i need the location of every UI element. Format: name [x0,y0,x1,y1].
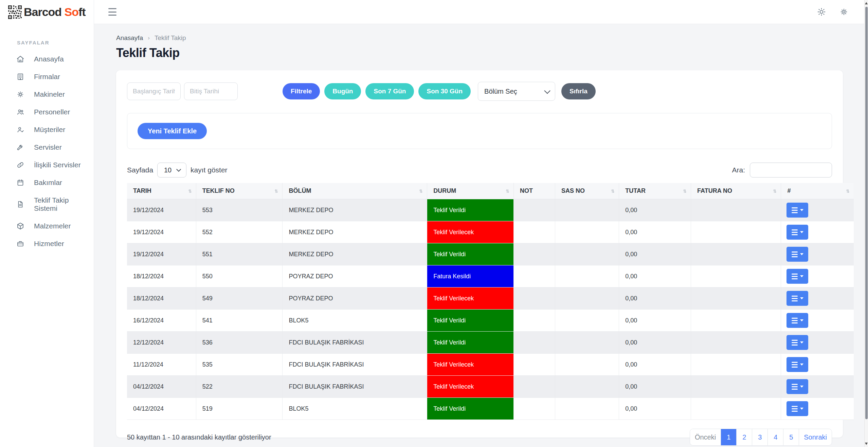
sidebar-item-home[interactable]: Anasayfa [0,50,94,68]
theme-toggle-sun-icon[interactable] [817,7,826,16]
cell-sas-no [555,354,619,376]
offers-table: TARIHTEKLIF NOBÖLÜMDURUMNOTSAS NOTUTARFA… [127,183,854,420]
new-offer-button[interactable]: Yeni Teklif Ekle [138,123,207,139]
row-actions-button[interactable] [786,247,808,262]
cell-sas-no [555,287,619,310]
page-title: Teklif Takip [116,46,843,60]
cell-invoice-no [691,243,781,265]
row-actions-button[interactable] [786,225,808,240]
cell-amount: 0,00 [619,332,691,354]
sidebar-item-wrench[interactable]: Servisler [0,138,94,156]
topbar [94,0,868,24]
cell-offer-no: 522 [196,376,283,398]
row-actions-button[interactable] [786,401,808,416]
row-actions-button[interactable] [786,313,808,328]
pagination-page-2[interactable]: 2 [736,429,752,445]
cell-amount: 0,00 [619,354,691,376]
menu-icon [792,274,798,279]
cell-invoice-no [691,354,781,376]
sidebar-item-gear[interactable]: Makineler [0,86,94,103]
link-icon [16,161,24,169]
row-actions-button[interactable] [786,335,808,350]
sort-icon [682,188,687,194]
building-icon [16,73,24,81]
settings-gear-icon[interactable] [839,7,848,16]
sidebar-item-user-check[interactable]: Müşteriler [0,121,94,138]
reset-button[interactable]: Sıfırla [561,83,596,99]
cell-invoice-no [691,199,781,221]
caret-down-icon [800,231,803,233]
column-header[interactable]: BÖLÜM [283,183,427,199]
cell-department: MERKEZ DEPO [283,243,427,265]
row-actions-button[interactable] [786,291,808,306]
app-logo[interactable]: Barcod Soft [0,0,94,24]
column-header[interactable]: SAS NO [555,183,619,199]
column-header[interactable]: TARIH [127,183,196,199]
pagination-page-4[interactable]: 4 [767,429,783,445]
row-actions-button[interactable] [786,379,808,394]
cell-actions [781,287,854,310]
column-header[interactable]: DURUM [427,183,514,199]
status-badge: Teklif Verildi [427,398,513,420]
filter-button[interactable]: Filtrele [283,83,320,99]
end-date-input[interactable] [184,82,238,100]
column-header[interactable]: # [781,183,854,199]
cell-date: 19/12/2024 [127,221,196,243]
department-select[interactable]: Bölüm Seç [478,82,555,101]
caret-down-icon [800,297,803,299]
start-date-input[interactable] [127,82,181,100]
scroll-up-icon[interactable] [865,2,868,4]
pagination-page-1[interactable]: 1 [721,429,736,445]
cell-note [513,243,555,265]
column-header[interactable]: TEKLIF NO [196,183,283,199]
search-input[interactable] [750,163,832,178]
row-actions-button[interactable] [786,357,808,372]
cell-status: Teklif Verildi [427,310,514,332]
filter-bar: Filtrele Bugün Son 7 Gün Son 30 Gün Bölü… [127,80,832,101]
sidebar-item-users[interactable]: Personeller [0,103,94,121]
today-button[interactable]: Bugün [324,83,361,99]
sidebar-item-label: Personeller [34,108,70,116]
sidebar-item-link[interactable]: İlişkili Servisler [0,156,94,174]
sidebar-item-file-text[interactable]: Teklif Takip Sistemi [0,191,94,217]
menu-icon[interactable] [108,8,119,16]
records-info: 50 kayıttan 1 - 10 arasındaki kayıtlar g… [127,433,271,441]
table-row: 04/12/2024 519 BLOK5 Teklif Verildi 0,00 [127,398,854,420]
cell-invoice-no [691,265,781,287]
cell-department: FDCI BULAŞIK FABRİKASI [283,332,427,354]
scrollbar-thumb[interactable] [865,7,868,419]
caret-down-icon [800,209,803,211]
pagination-page-5[interactable]: 5 [783,429,799,445]
cell-amount: 0,00 [619,243,691,265]
sidebar-item-label: Makineler [34,90,65,98]
column-header[interactable]: FATURA NO [691,183,781,199]
cell-actions [781,376,854,398]
cell-status: Teklif Verildi [427,332,514,354]
page-scrollbar[interactable] [864,0,868,447]
status-badge: Fatura Kesildi [427,265,513,287]
status-badge: Teklif Verildi [427,310,513,331]
cell-offer-no: 536 [196,332,283,354]
package-icon [16,222,24,230]
scroll-down-icon[interactable] [865,443,868,445]
caret-down-icon [800,341,803,343]
pagination-page-3[interactable]: 3 [752,429,767,445]
row-actions-button[interactable] [786,203,808,218]
last-30-days-button[interactable]: Son 30 Gün [418,83,471,99]
cell-amount: 0,00 [619,310,691,332]
chevron-down-icon [176,167,181,172]
pagination-next[interactable]: Sonraki [799,429,832,445]
page-size-select[interactable]: 10 [157,163,186,178]
column-header[interactable]: TUTAR [619,183,691,199]
last-7-days-button[interactable]: Son 7 Gün [365,83,414,99]
row-actions-button[interactable] [786,269,808,284]
pagination-prev[interactable]: Önceki [690,429,721,445]
cell-department: BLOK5 [283,310,427,332]
sidebar-item-package[interactable]: Malzemeler [0,217,94,235]
cell-amount: 0,00 [619,287,691,310]
breadcrumb-home-link[interactable]: Anasayfa [116,34,143,42]
sidebar-item-briefcase[interactable]: Hizmetler [0,235,94,253]
cell-offer-no: 550 [196,265,283,287]
sidebar-item-building[interactable]: Firmalar [0,68,94,86]
sidebar-item-calendar[interactable]: Bakımlar [0,174,94,191]
